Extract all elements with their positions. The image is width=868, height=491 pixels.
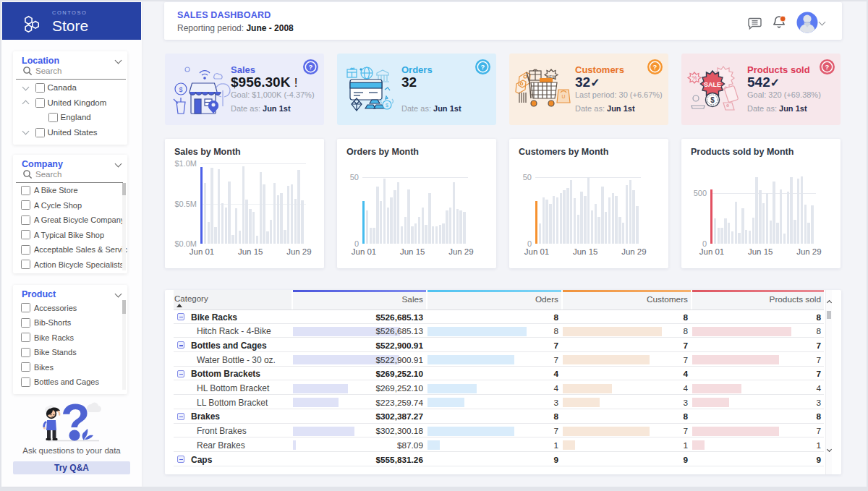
- svg-text:$: $: [386, 103, 388, 108]
- svg-text:?: ?: [825, 63, 830, 71]
- svg-text:SALE: SALE: [704, 81, 721, 88]
- svg-text:$: $: [179, 86, 182, 93]
- svg-text:$: $: [710, 96, 715, 104]
- svg-text:?: ?: [481, 63, 485, 71]
- svg-text:U: U: [561, 94, 565, 99]
- svg-text:?: ?: [653, 63, 658, 71]
- svg-text:?: ?: [309, 63, 313, 71]
- svg-text:%: %: [692, 74, 697, 81]
